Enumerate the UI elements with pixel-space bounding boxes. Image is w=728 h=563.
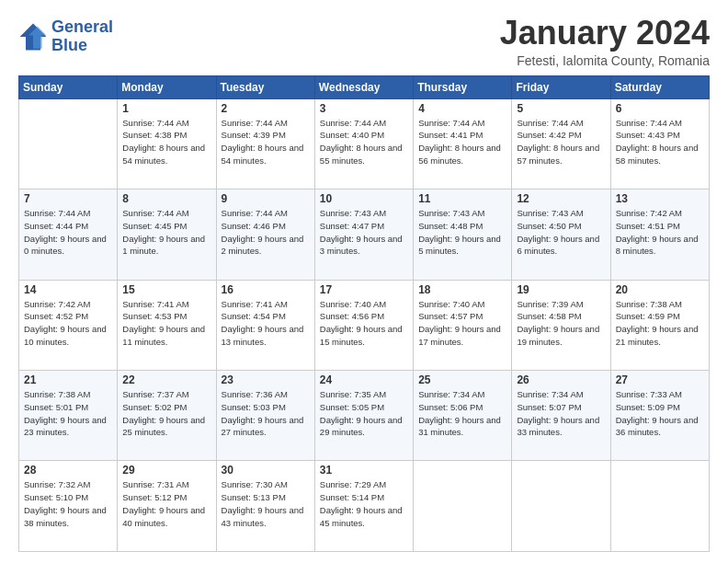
day-cell: 23Sunrise: 7:36 AMSunset: 5:03 PMDayligh… <box>216 371 314 461</box>
day-info: Sunrise: 7:34 AMSunset: 5:07 PMDaylight:… <box>517 388 605 439</box>
sunrise-text: Sunrise: 7:41 AM <box>222 299 288 309</box>
day-info: Sunrise: 7:44 AMSunset: 4:45 PMDaylight:… <box>122 207 210 258</box>
day-number: 3 <box>320 102 408 115</box>
sunrise-text: Sunrise: 7:43 AM <box>418 208 484 218</box>
day-cell: 19Sunrise: 7:39 AMSunset: 4:58 PMDayligh… <box>512 280 610 370</box>
sunrise-text: Sunrise: 7:44 AM <box>418 118 484 128</box>
logo-line1: General <box>51 18 113 37</box>
day-info: Sunrise: 7:41 AMSunset: 4:53 PMDaylight:… <box>122 298 210 349</box>
logo: General Blue <box>18 18 113 55</box>
sunrise-text: Sunrise: 7:44 AM <box>222 208 288 218</box>
sunrise-text: Sunrise: 7:44 AM <box>24 208 90 218</box>
sunset-text: Sunset: 5:09 PM <box>616 402 680 412</box>
daylight-text: Daylight: 8 hours and 55 minutes. <box>320 143 403 166</box>
day-number: 26 <box>517 373 605 386</box>
day-cell: 12Sunrise: 7:43 AMSunset: 4:50 PMDayligh… <box>512 190 610 280</box>
day-info: Sunrise: 7:44 AMSunset: 4:38 PMDaylight:… <box>122 117 210 167</box>
day-number: 27 <box>616 373 704 386</box>
day-info: Sunrise: 7:32 AMSunset: 5:10 PMDaylight:… <box>24 478 112 529</box>
daylight-text: Daylight: 9 hours and 33 minutes. <box>517 415 599 438</box>
day-cell: 10Sunrise: 7:43 AMSunset: 4:47 PMDayligh… <box>314 190 413 280</box>
day-cell <box>610 461 709 552</box>
daylight-text: Daylight: 8 hours and 58 minutes. <box>616 143 699 166</box>
daylight-text: Daylight: 9 hours and 27 minutes. <box>222 415 304 438</box>
day-info: Sunrise: 7:43 AMSunset: 4:50 PMDaylight:… <box>517 207 605 258</box>
day-cell <box>19 98 118 189</box>
day-cell: 22Sunrise: 7:37 AMSunset: 5:02 PMDayligh… <box>118 371 216 461</box>
logo-line2: Blue <box>51 37 113 55</box>
day-number: 15 <box>122 283 210 296</box>
sunrise-text: Sunrise: 7:30 AM <box>222 479 288 489</box>
sunrise-text: Sunrise: 7:43 AM <box>517 208 583 218</box>
sunset-text: Sunset: 5:10 PM <box>24 492 88 502</box>
sunset-text: Sunset: 5:13 PM <box>222 492 286 502</box>
day-cell: 27Sunrise: 7:33 AMSunset: 5:09 PMDayligh… <box>610 371 709 461</box>
day-info: Sunrise: 7:42 AMSunset: 4:51 PMDaylight:… <box>616 207 704 258</box>
daylight-text: Daylight: 9 hours and 23 minutes. <box>24 415 107 438</box>
day-info: Sunrise: 7:40 AMSunset: 4:57 PMDaylight:… <box>418 298 506 349</box>
daylight-text: Daylight: 9 hours and 25 minutes. <box>122 415 205 438</box>
day-cell: 3Sunrise: 7:44 AMSunset: 4:40 PMDaylight… <box>314 98 413 189</box>
sunrise-text: Sunrise: 7:37 AM <box>122 389 188 399</box>
sunset-text: Sunset: 5:14 PM <box>320 492 384 502</box>
day-number: 30 <box>222 464 310 477</box>
sunrise-text: Sunrise: 7:42 AM <box>616 208 682 218</box>
day-info: Sunrise: 7:44 AMSunset: 4:44 PMDaylight:… <box>24 207 112 258</box>
day-number: 29 <box>122 464 210 477</box>
sunrise-text: Sunrise: 7:44 AM <box>616 118 682 128</box>
day-cell: 5Sunrise: 7:44 AMSunset: 4:42 PMDaylight… <box>512 98 610 189</box>
sunset-text: Sunset: 4:44 PM <box>24 221 88 231</box>
day-info: Sunrise: 7:38 AMSunset: 5:01 PMDaylight:… <box>24 388 112 439</box>
day-cell: 31Sunrise: 7:29 AMSunset: 5:14 PMDayligh… <box>314 461 413 552</box>
sunrise-text: Sunrise: 7:44 AM <box>517 118 583 128</box>
day-info: Sunrise: 7:36 AMSunset: 5:03 PMDaylight:… <box>222 388 310 439</box>
day-info: Sunrise: 7:33 AMSunset: 5:09 PMDaylight:… <box>616 388 704 439</box>
day-info: Sunrise: 7:31 AMSunset: 5:12 PMDaylight:… <box>122 478 210 529</box>
day-cell: 16Sunrise: 7:41 AMSunset: 4:54 PMDayligh… <box>216 280 314 370</box>
month-title: January 2024 <box>500 15 710 52</box>
day-info: Sunrise: 7:34 AMSunset: 5:06 PMDaylight:… <box>418 388 506 439</box>
sunrise-text: Sunrise: 7:33 AM <box>616 389 682 399</box>
daylight-text: Daylight: 9 hours and 45 minutes. <box>320 505 403 528</box>
location-subtitle: Fetesti, Ialomita County, Romania <box>500 53 710 68</box>
sunrise-text: Sunrise: 7:44 AM <box>122 118 188 128</box>
daylight-text: Daylight: 9 hours and 3 minutes. <box>320 234 403 257</box>
day-cell: 11Sunrise: 7:43 AMSunset: 4:48 PMDayligh… <box>414 190 512 280</box>
day-cell: 7Sunrise: 7:44 AMSunset: 4:44 PMDaylight… <box>19 190 118 280</box>
calendar-table: Sunday Monday Tuesday Wednesday Thursday… <box>18 75 710 552</box>
daylight-text: Daylight: 9 hours and 36 minutes. <box>616 415 699 438</box>
daylight-text: Daylight: 9 hours and 0 minutes. <box>24 234 107 257</box>
sunset-text: Sunset: 5:02 PM <box>122 402 187 412</box>
sunrise-text: Sunrise: 7:42 AM <box>24 299 90 309</box>
day-number: 17 <box>320 283 408 296</box>
day-cell: 6Sunrise: 7:44 AMSunset: 4:43 PMDaylight… <box>610 98 709 189</box>
day-number: 7 <box>24 192 112 205</box>
sunset-text: Sunset: 5:03 PM <box>222 402 286 412</box>
day-cell: 28Sunrise: 7:32 AMSunset: 5:10 PMDayligh… <box>19 461 118 552</box>
sunrise-text: Sunrise: 7:39 AM <box>517 299 583 309</box>
week-row-1: 7Sunrise: 7:44 AMSunset: 4:44 PMDaylight… <box>19 190 710 280</box>
day-number: 10 <box>320 192 408 205</box>
sunset-text: Sunset: 4:59 PM <box>616 311 680 321</box>
col-tuesday: Tuesday <box>216 75 314 98</box>
day-number: 18 <box>418 283 506 296</box>
col-saturday: Saturday <box>610 75 709 98</box>
day-cell: 15Sunrise: 7:41 AMSunset: 4:53 PMDayligh… <box>118 280 216 370</box>
day-number: 1 <box>122 102 210 115</box>
daylight-text: Daylight: 9 hours and 40 minutes. <box>122 505 205 528</box>
daylight-text: Daylight: 9 hours and 10 minutes. <box>24 324 107 347</box>
daylight-text: Daylight: 9 hours and 29 minutes. <box>320 415 403 438</box>
day-number: 2 <box>222 102 310 115</box>
daylight-text: Daylight: 9 hours and 2 minutes. <box>222 234 304 257</box>
day-cell: 17Sunrise: 7:40 AMSunset: 4:56 PMDayligh… <box>314 280 413 370</box>
day-number: 8 <box>122 192 210 205</box>
sunset-text: Sunset: 5:06 PM <box>418 402 483 412</box>
sunset-text: Sunset: 4:45 PM <box>122 221 187 231</box>
sunrise-text: Sunrise: 7:44 AM <box>222 118 288 128</box>
day-number: 24 <box>320 373 408 386</box>
sunset-text: Sunset: 4:52 PM <box>24 311 88 321</box>
sunset-text: Sunset: 4:38 PM <box>122 130 187 140</box>
sunset-text: Sunset: 5:12 PM <box>122 492 187 502</box>
day-cell: 1Sunrise: 7:44 AMSunset: 4:38 PMDaylight… <box>118 98 216 189</box>
sunrise-text: Sunrise: 7:29 AM <box>320 479 386 489</box>
